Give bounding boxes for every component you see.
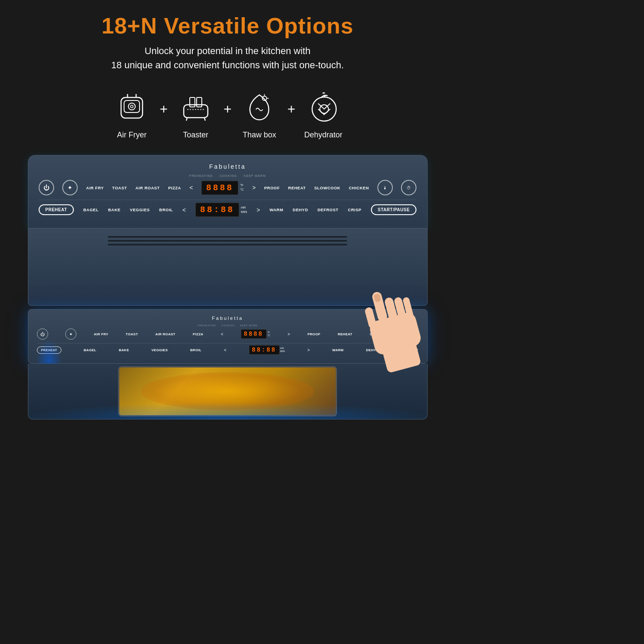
mini-toast[interactable]: TOAST bbox=[126, 332, 138, 336]
mini-air-roast[interactable]: AIR ROAST bbox=[155, 332, 176, 336]
status-preheating: PREHEATING bbox=[189, 174, 213, 177]
dehydrator-icon bbox=[304, 88, 343, 126]
pizza-button[interactable]: PIZZA bbox=[168, 185, 181, 190]
feature-toaster: Toaster bbox=[176, 88, 215, 140]
controls-row-2: PREHEAT BAGEL BAKE VEGGIES BROIL < 88:88… bbox=[39, 203, 417, 217]
mini-bake[interactable]: BAKE bbox=[119, 348, 129, 352]
features-row: Air Fryer + Toaster + bbox=[17, 88, 438, 140]
slowcook-button[interactable]: SLOWCOOK bbox=[314, 185, 340, 190]
vent-line-2 bbox=[108, 240, 347, 242]
air-roast-button[interactable]: AIR ROAST bbox=[135, 185, 160, 190]
time-up-button[interactable]: > bbox=[257, 207, 260, 213]
mini-temp-down[interactable]: < bbox=[221, 332, 223, 337]
mini-slowcook[interactable]: SLOWCOOK bbox=[370, 332, 391, 336]
time-down-button[interactable]: < bbox=[182, 207, 186, 213]
svg-rect-6 bbox=[184, 105, 208, 118]
mini-time-down[interactable]: < bbox=[224, 348, 227, 352]
mini-time-segment: 88:88 bbox=[249, 345, 279, 355]
mini-bagel[interactable]: BAGEL bbox=[84, 348, 97, 352]
feature-thaw-box: Thaw box bbox=[240, 88, 279, 140]
plus-2: + bbox=[224, 101, 232, 117]
subtitle: Unlock your potential in the kitchen wit… bbox=[111, 44, 344, 72]
mini-temp-up[interactable]: > bbox=[288, 332, 290, 337]
plus-3: + bbox=[287, 101, 295, 117]
temp-segment: 8888 bbox=[201, 181, 238, 195]
timer-icon[interactable]: ⏱ bbox=[401, 180, 416, 195]
mini-broil[interactable]: BROIL bbox=[190, 348, 201, 352]
mini-pizza[interactable]: PIZZA bbox=[193, 332, 204, 336]
broil-button[interactable]: BROIL bbox=[159, 207, 173, 212]
mini-reheat[interactable]: REHEAT bbox=[338, 332, 352, 336]
mini-temp-display: 8888 °F °C bbox=[241, 329, 270, 339]
temp-unit-c: °C bbox=[240, 188, 244, 192]
temp-down-button[interactable]: < bbox=[189, 184, 193, 191]
mini-time-up[interactable]: > bbox=[307, 348, 310, 352]
start-pause-button[interactable]: START/PAUSE bbox=[371, 204, 417, 215]
proof-button[interactable]: PROOF bbox=[264, 185, 279, 190]
mini-brightness-button[interactable]: ✦ bbox=[65, 328, 76, 340]
oven-window bbox=[118, 366, 337, 416]
dehydrator-label: Dehydrator bbox=[304, 131, 343, 140]
crisp-button[interactable]: CRISP bbox=[348, 207, 361, 212]
time-display: 88:88 HR MIN bbox=[195, 203, 247, 217]
feature-air-fryer: Air Fryer bbox=[112, 88, 151, 140]
preheat-button[interactable]: PREHEAT bbox=[39, 204, 74, 215]
main-title: 18+N Versatile Options bbox=[101, 13, 353, 39]
toaster-icon bbox=[176, 88, 215, 126]
appliance-container: Fabuletta PREHEATING COOKING KEEP WARM ⏻… bbox=[17, 155, 438, 419]
mini-dehyd[interactable]: DEHYD bbox=[366, 348, 379, 352]
plus-1: + bbox=[160, 101, 168, 117]
mini-status-keepwarm: KEEP WARM bbox=[240, 324, 258, 327]
mini-control-panel: Fabuletta PREHEATING COOKING KEEP WARM ⏻… bbox=[28, 309, 428, 364]
temp-display: 8888 °F °C bbox=[201, 181, 244, 195]
warm-button[interactable]: WARM bbox=[270, 207, 283, 212]
mini-status-cooking: COOKING bbox=[222, 324, 235, 327]
air-fry-button[interactable]: AIR FRY bbox=[86, 185, 104, 190]
controls-row-1: ⏻ ✦ AIR FRY TOAST AIR ROAST PIZZA < 8888… bbox=[39, 180, 417, 195]
feature-dehydrator: Dehydrator bbox=[304, 88, 343, 140]
mini-divider bbox=[37, 343, 419, 343]
brightness-button[interactable]: ✦ bbox=[62, 180, 78, 195]
thaw-icon bbox=[240, 88, 279, 126]
mini-warm[interactable]: WARM bbox=[332, 348, 344, 352]
mini-proof[interactable]: PROOF bbox=[307, 332, 320, 336]
mini-time-display: 88:88 HR MIN bbox=[249, 345, 285, 355]
mini-preheat-button[interactable]: PREHEAT bbox=[37, 346, 61, 354]
veggies-button[interactable]: VEGGIES bbox=[130, 207, 150, 212]
toast-button[interactable]: TOAST bbox=[112, 185, 127, 190]
appliance-body bbox=[28, 228, 428, 306]
defrost-button[interactable]: DEFROST bbox=[317, 207, 338, 212]
mini-defrost[interactable]: DEFROST bbox=[401, 348, 418, 352]
dehyd-button[interactable]: DEHYD bbox=[293, 207, 308, 212]
svg-point-4 bbox=[128, 103, 135, 110]
mini-unit-f: °F bbox=[267, 331, 270, 334]
status-keep-warm: KEEP WARM bbox=[244, 174, 266, 177]
power-button[interactable]: ⏻ bbox=[39, 180, 54, 195]
mini-power-button[interactable]: ⏻ bbox=[37, 328, 48, 340]
svg-point-5 bbox=[131, 105, 133, 108]
air-fryer-icon bbox=[112, 88, 151, 126]
svg-rect-8 bbox=[197, 97, 202, 107]
temp-unit-f: °F bbox=[240, 183, 243, 188]
mini-air-fry[interactable]: AIR FRY bbox=[94, 332, 109, 336]
time-segment: 88:88 bbox=[195, 203, 239, 217]
chicken-button[interactable]: CHICKEN bbox=[349, 185, 369, 190]
mini-row-1: ⏻ ✦ AIR FRY TOAST AIR ROAST PIZZA < 8888… bbox=[37, 328, 419, 340]
mini-unit-c: °C bbox=[267, 334, 270, 337]
bake-button[interactable]: BAKE bbox=[108, 207, 121, 212]
vent-line-3 bbox=[108, 244, 347, 246]
reheat-button[interactable]: REHEAT bbox=[288, 185, 306, 190]
temp-up-button[interactable]: > bbox=[252, 184, 255, 191]
oven-glow bbox=[141, 372, 314, 410]
thaw-box-label: Thaw box bbox=[243, 131, 276, 140]
top-vent bbox=[108, 236, 347, 246]
time-unit-hr: HR bbox=[241, 206, 246, 210]
mini-chicken[interactable]: CHI... bbox=[409, 332, 418, 336]
status-cooking: COOKING bbox=[220, 174, 237, 177]
bagel-button[interactable]: BAGEL bbox=[83, 207, 99, 212]
mini-veggies[interactable]: VEGGIES bbox=[152, 348, 168, 352]
toaster-label: Toaster bbox=[183, 131, 208, 140]
temp-icon[interactable]: 🌡 bbox=[377, 180, 393, 195]
svg-rect-1 bbox=[124, 100, 140, 112]
brand-name: Fabuletta bbox=[39, 163, 417, 170]
